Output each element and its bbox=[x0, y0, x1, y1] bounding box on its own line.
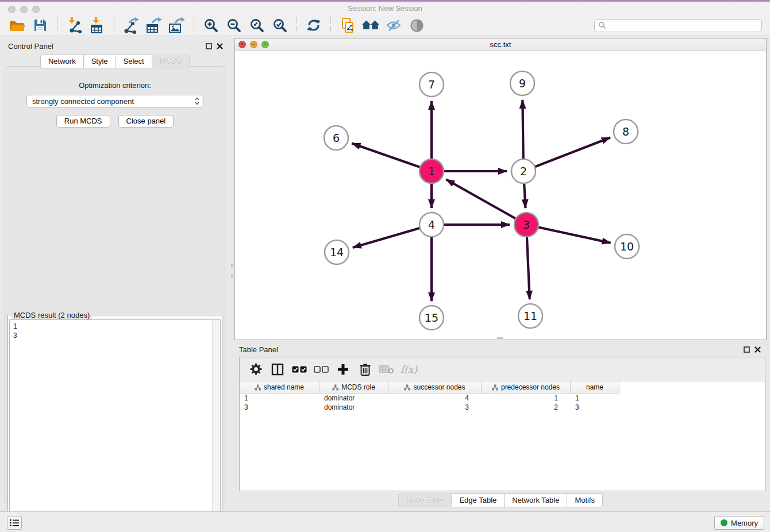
criterion-value: strongly connected component bbox=[32, 97, 194, 106]
result-scrollbar[interactable] bbox=[212, 320, 220, 528]
copy-network-view-button[interactable] bbox=[338, 16, 357, 34]
cell-successor-nodes[interactable]: 4 bbox=[388, 394, 482, 403]
dropdown-stepper-icon bbox=[194, 97, 200, 106]
status-bar: Memory bbox=[0, 511, 770, 532]
save-session-button[interactable] bbox=[30, 16, 50, 34]
open-session-button[interactable] bbox=[7, 16, 27, 34]
tab-node-table[interactable]: Node Table bbox=[398, 494, 452, 507]
delete-table-icon bbox=[379, 365, 394, 374]
memory-label: Memory bbox=[731, 519, 758, 527]
show-log-button[interactable] bbox=[7, 516, 22, 530]
magnifier-minus-icon bbox=[226, 18, 242, 33]
column-type-icon bbox=[492, 384, 498, 391]
panel-splitter[interactable] bbox=[230, 36, 234, 511]
cell-predecessor-nodes[interactable]: 1 bbox=[482, 394, 571, 403]
delete-column-button[interactable] bbox=[357, 361, 373, 378]
toolbar-separator bbox=[297, 17, 297, 33]
network-window-titlebar[interactable]: × − + scc.txt bbox=[235, 38, 766, 51]
column-header-successor-nodes[interactable]: successor nodes bbox=[388, 381, 482, 394]
search-input[interactable] bbox=[594, 19, 762, 32]
export-table-button[interactable] bbox=[144, 16, 164, 34]
table-row[interactable]: 3 dominator 3 2 3 bbox=[240, 403, 765, 412]
network-resize-grip[interactable] bbox=[497, 337, 503, 339]
graph-node-label-15: 15 bbox=[425, 311, 438, 324]
refresh-arrows-icon bbox=[306, 18, 321, 33]
table-panel-header: Table Panel bbox=[234, 342, 767, 356]
memory-button[interactable]: Memory bbox=[714, 516, 764, 530]
table-settings-button[interactable] bbox=[248, 361, 264, 378]
run-mcds-button[interactable]: Run MCDS bbox=[56, 115, 110, 128]
column-chooser-button[interactable] bbox=[270, 361, 286, 378]
add-column-button[interactable] bbox=[335, 361, 351, 378]
import-network-button[interactable] bbox=[64, 16, 84, 34]
graph-node-label-4: 4 bbox=[428, 218, 435, 231]
zoom-out-button[interactable] bbox=[224, 16, 244, 34]
export-image-button[interactable] bbox=[167, 16, 187, 34]
table-row[interactable]: 1 dominator 4 1 1 bbox=[240, 394, 765, 403]
table-panel-title: Table Panel bbox=[239, 345, 744, 354]
select-all-button[interactable] bbox=[291, 361, 307, 378]
gear-icon bbox=[250, 363, 262, 375]
column-type-icon bbox=[255, 384, 261, 391]
toolbar-separator bbox=[114, 17, 114, 33]
column-header-mcds-role[interactable]: MCDS role bbox=[319, 381, 388, 394]
refresh-button[interactable] bbox=[304, 16, 324, 34]
network-view-window: × − + scc.txt 7968124314101511 bbox=[234, 38, 767, 340]
tab-network[interactable]: Network bbox=[40, 55, 84, 68]
cell-successor-nodes[interactable]: 3 bbox=[388, 403, 482, 412]
birds-eye-view-button[interactable] bbox=[407, 16, 426, 34]
cell-shared-name[interactable]: 3 bbox=[240, 403, 319, 412]
graph-node-label-14: 14 bbox=[330, 246, 344, 259]
zoom-fit-button[interactable] bbox=[247, 16, 267, 34]
cell-mcds-role[interactable]: dominator bbox=[319, 403, 388, 412]
share-nodes-export-icon bbox=[122, 17, 140, 34]
magnifier-plus-icon bbox=[203, 18, 219, 33]
float-panel-icon[interactable] bbox=[206, 43, 212, 49]
show-all-networks-button[interactable] bbox=[361, 16, 380, 34]
import-table-button[interactable] bbox=[87, 16, 107, 34]
window-title: Session: New Session bbox=[0, 4, 770, 13]
cell-mcds-role[interactable]: dominator bbox=[319, 394, 388, 403]
tab-motifs[interactable]: Motifs bbox=[567, 494, 603, 507]
column-header-predecessor-nodes[interactable]: predecessor nodes bbox=[482, 381, 571, 394]
column-header-shared-name[interactable]: shared name bbox=[240, 381, 319, 394]
control-panel-header: Control Panel bbox=[0, 36, 230, 52]
network-canvas[interactable]: 7968124314101511 bbox=[235, 51, 766, 340]
houses-icon bbox=[361, 18, 380, 32]
close-panel-button[interactable]: Close panel bbox=[118, 115, 174, 128]
zoom-in-button[interactable] bbox=[201, 16, 221, 34]
control-panel: Control Panel Network Style Select MCDS … bbox=[0, 36, 230, 511]
zoom-selected-button[interactable] bbox=[270, 16, 290, 34]
share-nodes-import-icon bbox=[66, 17, 83, 34]
table-import-icon bbox=[88, 17, 106, 34]
graph-node-label-2: 2 bbox=[520, 165, 527, 178]
plus-icon bbox=[337, 364, 349, 375]
edge-3-to-1[interactable] bbox=[446, 179, 526, 225]
deselect-all-button[interactable] bbox=[313, 361, 329, 378]
floppy-disk-icon bbox=[33, 18, 48, 33]
close-panel-icon[interactable] bbox=[754, 346, 761, 353]
cell-predecessor-nodes[interactable]: 2 bbox=[482, 403, 571, 412]
image-export-icon bbox=[168, 17, 186, 34]
titlebar: Session: New Session bbox=[0, 0, 770, 15]
tab-style[interactable]: Style bbox=[84, 55, 116, 68]
float-panel-icon[interactable] bbox=[744, 346, 750, 353]
hide-graphics-details-button[interactable] bbox=[384, 16, 403, 34]
export-network-button[interactable] bbox=[121, 16, 141, 34]
column-header-name[interactable]: name bbox=[571, 381, 619, 394]
function-builder-icon: f(x) bbox=[401, 364, 417, 375]
cell-name[interactable]: 3 bbox=[571, 403, 619, 412]
graph-node-label-1: 1 bbox=[428, 165, 435, 178]
tab-select[interactable]: Select bbox=[116, 55, 152, 68]
delete-table-button-disabled bbox=[379, 361, 395, 378]
edge-3-to-10[interactable] bbox=[526, 225, 611, 243]
tab-mcds[interactable]: MCDS bbox=[152, 55, 190, 68]
cell-name[interactable]: 1 bbox=[571, 394, 619, 403]
tab-network-table[interactable]: Network Table bbox=[505, 494, 567, 507]
edge-2-to-8[interactable] bbox=[523, 137, 610, 171]
close-panel-icon[interactable] bbox=[217, 43, 223, 49]
tab-edge-table[interactable]: Edge Table bbox=[452, 494, 505, 507]
criterion-dropdown[interactable]: strongly connected component bbox=[26, 95, 203, 107]
mcds-result-textarea[interactable]: 1 3 bbox=[9, 319, 221, 529]
cell-shared-name[interactable]: 1 bbox=[240, 394, 319, 403]
